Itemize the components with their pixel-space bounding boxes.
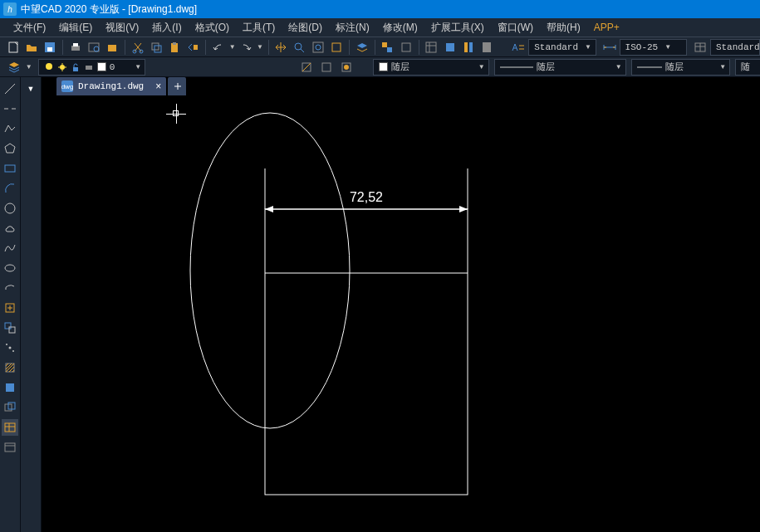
- ucs2-icon[interactable]: [317, 58, 336, 76]
- insert-block-icon[interactable]: [2, 300, 18, 316]
- menu-draw[interactable]: 绘图(D): [282, 18, 329, 37]
- drawing-area[interactable]: dwg Drawing1.dwg × 72,52: [42, 77, 760, 532]
- plotstyle-dropdown[interactable]: 随: [735, 59, 760, 76]
- lineweight-dropdown[interactable]: 随层 ▼: [631, 59, 730, 76]
- revcloud-icon[interactable]: [2, 220, 18, 237]
- save-icon[interactable]: [42, 38, 58, 56]
- menu-app[interactable]: APP+: [587, 19, 626, 36]
- menu-file[interactable]: 文件(F): [7, 18, 52, 37]
- circle-icon[interactable]: [2, 200, 18, 217]
- tool-pal-icon[interactable]: [460, 38, 477, 56]
- dim-style-icon[interactable]: [601, 38, 618, 56]
- svg-rect-51: [6, 383, 14, 392]
- undo-icon[interactable]: [210, 38, 227, 56]
- menu-insert[interactable]: 插入(I): [145, 18, 188, 37]
- region-icon[interactable]: [2, 399, 18, 416]
- main-area: ▼ dwg Drawing1.dwg × 72,52: [0, 77, 760, 532]
- point-icon[interactable]: [2, 339, 18, 356]
- svg-rect-22: [426, 42, 436, 52]
- tab-drawing1[interactable]: dwg Drawing1.dwg ×: [56, 77, 166, 95]
- layer-drop-icon[interactable]: ▼: [25, 58, 33, 76]
- layer-dropdown[interactable]: 0 ▼: [38, 59, 145, 76]
- color-dropdown[interactable]: 随层 ▼: [373, 59, 488, 76]
- copy-icon[interactable]: [148, 38, 164, 56]
- layer-name: 0: [110, 62, 115, 72]
- ellipse-icon[interactable]: [2, 260, 18, 276]
- lineweight-value: 随层: [665, 61, 684, 73]
- layer-mgr-icon[interactable]: [354, 38, 370, 56]
- close-icon[interactable]: ×: [155, 81, 161, 92]
- dim-style-dropdown[interactable]: ISO-25▼: [620, 39, 687, 56]
- spline-icon[interactable]: [2, 240, 18, 256]
- table-style-dropdown[interactable]: Standard: [710, 39, 760, 56]
- preview-icon[interactable]: [86, 38, 102, 56]
- linetype-dropdown[interactable]: 随层 ▼: [494, 59, 626, 76]
- menu-tools[interactable]: 工具(T): [236, 18, 282, 37]
- match-icon[interactable]: [184, 38, 201, 56]
- chevron-down-icon: ▼: [135, 63, 141, 71]
- layer-toolbar-left: ▼: [21, 77, 42, 532]
- menu-dim[interactable]: 标注(N): [329, 18, 376, 37]
- ellipse-arc-icon[interactable]: [2, 280, 18, 296]
- layer-state-icon[interactable]: [5, 58, 23, 76]
- xline-icon[interactable]: [2, 100, 18, 117]
- chevron-down-icon: ▼: [585, 43, 591, 51]
- cut-icon[interactable]: [130, 38, 146, 56]
- arc-icon[interactable]: [2, 180, 18, 197]
- table-style-icon[interactable]: [692, 38, 709, 56]
- menu-window[interactable]: 窗口(W): [491, 18, 540, 37]
- menu-edit[interactable]: 编辑(E): [52, 18, 99, 37]
- separator: [375, 40, 375, 55]
- new-icon[interactable]: [5, 38, 22, 56]
- design-icon[interactable]: [442, 38, 458, 56]
- svg-rect-55: [5, 443, 15, 451]
- polygon-icon[interactable]: [2, 140, 18, 157]
- menu-format[interactable]: 格式(O): [189, 18, 236, 37]
- text-style-dropdown[interactable]: Standard▼: [528, 39, 596, 56]
- zoom-ext-icon[interactable]: [328, 38, 345, 56]
- redo-drop-icon[interactable]: ▼: [256, 38, 263, 56]
- sun-icon: [57, 62, 67, 72]
- dropdown-icon[interactable]: ▼: [22, 81, 39, 97]
- ellipse-shape[interactable]: [190, 113, 350, 428]
- rectangle-shape[interactable]: [265, 209, 468, 495]
- plus-icon: [173, 81, 181, 91]
- zoom-icon[interactable]: [291, 38, 307, 56]
- pan-icon[interactable]: [272, 38, 289, 56]
- table-icon[interactable]: [2, 419, 18, 436]
- linetype-value: 随层: [537, 61, 555, 73]
- block2-icon[interactable]: [398, 38, 414, 56]
- ucs3-icon[interactable]: [337, 58, 355, 76]
- rectangle-icon[interactable]: [2, 160, 18, 177]
- line-icon[interactable]: [2, 81, 18, 97]
- menu-view[interactable]: 视图(V): [99, 18, 145, 37]
- redo-icon[interactable]: [238, 38, 254, 56]
- print-icon[interactable]: [67, 38, 84, 56]
- dimension-text: 72,52: [350, 190, 383, 204]
- gradient-icon[interactable]: [2, 379, 18, 396]
- open-icon[interactable]: [23, 38, 40, 56]
- menu-modify[interactable]: 修改(M): [376, 18, 424, 37]
- paste-icon[interactable]: [166, 38, 183, 56]
- menu-help[interactable]: 帮助(H): [540, 18, 587, 37]
- canvas[interactable]: 72,52: [42, 77, 760, 532]
- make-block-icon[interactable]: [2, 320, 18, 336]
- layer-color-swatch: [97, 62, 106, 71]
- menu-ext[interactable]: 扩展工具(X): [424, 18, 491, 37]
- ucs1-icon[interactable]: [297, 58, 316, 76]
- svg-rect-54: [5, 423, 15, 432]
- chevron-down-icon: ▼: [719, 63, 726, 71]
- svg-rect-46: [9, 327, 15, 333]
- publish-icon[interactable]: [104, 38, 120, 56]
- block-icon[interactable]: [379, 38, 395, 56]
- hatch-icon[interactable]: [2, 359, 18, 376]
- polyline-icon[interactable]: [2, 120, 18, 137]
- style-icon[interactable]: [510, 38, 527, 56]
- dimension[interactable]: 72,52: [265, 168, 468, 212]
- undo-drop-icon[interactable]: ▼: [228, 38, 236, 56]
- props-icon[interactable]: [423, 38, 439, 56]
- zoom-win-icon[interactable]: [310, 38, 326, 56]
- calc-icon[interactable]: [478, 38, 495, 56]
- text-icon[interactable]: [2, 439, 18, 456]
- new-tab-button[interactable]: [168, 77, 186, 95]
